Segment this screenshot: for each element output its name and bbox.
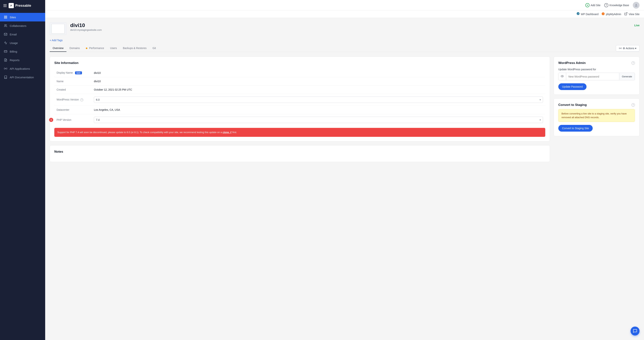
php-warning-badge: 1 [49,118,53,122]
tab-backups-restores-label: Backups & Restores [123,47,146,50]
svg-rect-6 [4,50,7,53]
phpmyadmin-label: phpMyAdmin [606,13,621,16]
performance-dot [86,47,87,49]
phpmyadmin-icon [602,12,605,16]
svg-rect-3 [6,17,7,18]
phpmyadmin-button[interactable]: phpMyAdmin [602,12,621,16]
add-site-label: Add Site [590,4,600,7]
notes-card: Notes [50,145,550,162]
svg-point-12 [620,48,621,49]
sidebar-item-email[interactable]: Email [0,30,45,39]
generate-password-button[interactable]: Generate [619,73,635,80]
svg-rect-0 [4,16,5,17]
topbar-actions: + Add Site ? Knowledge Base [586,2,640,8]
tab-users-label: Users [110,47,117,50]
sidebar-item-reports[interactable]: Reports [0,56,45,64]
svg-point-10 [5,68,6,69]
php-version-label: 1 PHP Version [54,114,92,126]
convert-to-staging-button[interactable]: Convert to Staging Site [558,125,593,132]
table-row-wp-version: WordPress Version ? 6.0 6.1 6.2 [54,94,545,106]
sidebar-item-api-applications[interactable]: API Applications [0,64,45,73]
pressable-logo-letter: P [10,4,12,7]
site-information-card: Site Information Display Name Edit divi1… [50,56,550,142]
content-area: divi10 divi10.mystagingwebsite.com Live … [45,18,644,340]
hamburger-menu[interactable] [3,4,7,7]
tabs-bar: Overview Domains Performance Users Backu… [50,45,640,52]
staging-card-header: Convert to Staging ? [558,103,635,107]
svg-point-13 [562,76,562,77]
sidebar-item-usage[interactable]: Usage [0,39,45,47]
created-value: October 12, 2021 02:25 PM UTC [92,86,545,94]
sub-topbar: WP Dashboard phpMyAdmin View Site [45,10,644,18]
sidebar-item-sites-label: Sites [10,16,16,19]
left-column: Site Information Display Name Edit divi1… [50,56,550,162]
table-row-name: Name divi10 [54,77,545,86]
update-password-button[interactable]: Update Password [558,83,586,90]
view-site-button[interactable]: View Site [624,12,640,16]
php-warning-clone-link[interactable]: clone ↗ [222,131,232,134]
staging-title: Convert to Staging [558,103,587,107]
user-avatar[interactable] [633,2,640,8]
wp-version-select-cell: 6.0 6.1 6.2 [92,94,545,106]
tab-git-label: Git [152,47,156,50]
wp-admin-title: WordPress Admin [558,61,586,65]
actions-button[interactable]: ⚙ Actions ▾ [616,45,640,51]
php-warning-text: Support for PHP 7.4 will soon be discont… [57,131,222,134]
staging-help-icon[interactable]: ? [632,103,635,107]
display-name-edit-button[interactable]: Edit [75,71,82,74]
sidebar-item-billing[interactable]: Billing [0,47,45,56]
sidebar-item-sites[interactable]: Sites [0,13,45,21]
new-password-input[interactable] [566,73,619,80]
tab-backups-restores[interactable]: Backups & Restores [120,45,150,52]
sidebar-item-reports-label: Reports [10,58,20,62]
name-value: divi10 [92,77,545,86]
add-site-icon: + [586,3,590,7]
api-applications-icon [4,67,8,70]
reports-icon [4,58,8,62]
name-label: Name [54,77,92,86]
site-name: divi10 [70,22,630,28]
site-thumbnail [50,22,66,35]
sidebar-item-billing-label: Billing [10,50,17,53]
two-col-layout: Site Information Display Name Edit divi1… [50,56,640,162]
tab-users[interactable]: Users [107,45,120,52]
sidebar: P Pressable Sites Collaborators Email [0,0,45,340]
table-row-php-version: 1 PHP Version 7.4 8.0 8.1 [54,114,545,126]
display-name-value: divi10 [92,69,545,77]
convert-to-staging-card: Convert to Staging ? Before converting a… [554,98,640,136]
sidebar-item-collaborators[interactable]: Collaborators [0,21,45,30]
sidebar-item-usage-label: Usage [10,41,18,44]
site-url[interactable]: divi10.mystagingwebsite.com [70,28,102,31]
tab-domains[interactable]: Domains [66,45,83,52]
php-version-select[interactable]: 7.4 8.0 8.1 [94,117,543,123]
wp-admin-help-icon[interactable]: ? [632,61,635,65]
main-area: + Add Site ? Knowledge Base WP Dashboard… [45,0,644,340]
add-site-button[interactable]: + Add Site [586,3,600,7]
notes-title: Notes [54,150,545,154]
site-status: Live [634,22,640,27]
logo-area: P Pressable [8,3,31,8]
password-toggle-button[interactable] [558,73,566,80]
wp-dashboard-button[interactable]: WP Dashboard [576,12,599,16]
email-icon [4,32,8,36]
tab-performance-label: Performance [89,47,104,50]
pressable-logo-box: P [8,3,14,8]
wp-version-select[interactable]: 6.0 6.1 6.2 [94,97,543,103]
site-thumbnail-inner [52,24,64,33]
tab-git[interactable]: Git [150,45,159,52]
knowledge-base-icon: ? [604,3,608,7]
knowledge-base-button[interactable]: ? Knowledge Base [604,3,629,7]
php-version-select-cell: 7.4 8.0 8.1 [92,114,545,126]
wp-update-password-label: Update WordPress password for [558,68,635,71]
sidebar-item-collaborators-label: Collaborators [10,24,26,27]
tab-overview[interactable]: Overview [50,45,66,52]
sidebar-item-api-documentation[interactable]: API Documentation [0,73,45,81]
chat-button[interactable] [630,327,640,336]
topbar: + Add Site ? Knowledge Base [45,0,644,10]
add-tags-button[interactable]: + Add Tags [50,39,640,42]
wp-version-help-icon[interactable]: ? [80,98,83,101]
knowledge-base-label: Knowledge Base [610,4,629,7]
pressable-logo-text: Pressable [15,4,31,8]
wp-dashboard-label: WP Dashboard [581,13,599,16]
tab-performance[interactable]: Performance [83,45,107,52]
